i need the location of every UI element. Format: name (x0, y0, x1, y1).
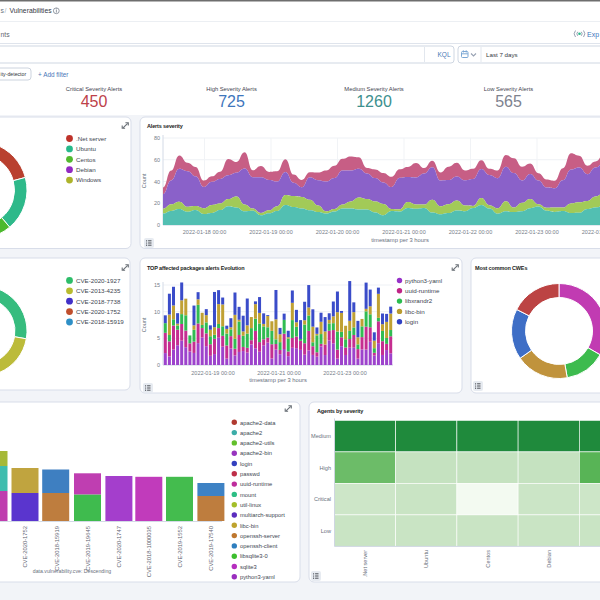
svg-text:CVE-2020-1752: CVE-2020-1752 (22, 526, 28, 568)
svg-text:CVE-2020-1752: CVE-2020-1752 (76, 308, 121, 315)
svg-text:CVE-2018-15919: CVE-2018-15919 (76, 318, 124, 325)
svg-text:Alerts severity: Alerts severity (147, 123, 184, 129)
svg-text:2022-01-21 00:00: 2022-01-21 00:00 (257, 370, 300, 376)
svg-text:openssh-server: openssh-server (240, 533, 280, 539)
svg-text:Most common CWEs: Most common CWEs (475, 265, 527, 271)
svg-text:.Net server: .Net server (362, 550, 368, 577)
svg-text:CVE-2018-15919: CVE-2018-15919 (54, 526, 60, 571)
svg-text:Critical Severity Alerts: Critical Severity Alerts (66, 86, 122, 92)
svg-text:Count: Count (141, 317, 147, 332)
svg-text:CVE-2018-7738: CVE-2018-7738 (76, 298, 121, 305)
svg-text:2022-01-19 00:00: 2022-01-19 00:00 (191, 370, 234, 376)
svg-text:CVE-2019-1552: CVE-2019-1552 (177, 526, 183, 568)
svg-text:Last 7 days: Last 7 days (486, 51, 518, 58)
svg-text:60: 60 (154, 157, 160, 163)
svg-text:High: High (319, 465, 331, 471)
svg-text:mount: mount (240, 492, 257, 498)
svg-text:Critical: Critical (314, 496, 331, 502)
svg-text:2022-01-20 00:00: 2022-01-20 00:00 (316, 229, 359, 235)
svg-text:CVE-2020-1747: CVE-2020-1747 (116, 526, 122, 568)
svg-text:CVE-2019-17540: CVE-2019-17540 (208, 526, 214, 571)
svg-text:10: 10 (154, 309, 160, 315)
svg-text:login: login (240, 461, 252, 467)
svg-text:0: 0 (157, 222, 160, 228)
svg-text:python3-yaml: python3-yaml (240, 574, 275, 580)
svg-text:timestamp per 3 hours: timestamp per 3 hours (371, 237, 429, 243)
svg-text:.Net server: .Net server (76, 135, 106, 142)
svg-text:Low Severity Alerts: Low Severity Alerts (484, 86, 533, 92)
svg-text:uuid-runtime: uuid-runtime (240, 481, 272, 487)
svg-text:Vulnerabilities: Vulnerabilities (10, 7, 53, 14)
svg-text:Debian: Debian (76, 166, 96, 173)
svg-text:TOP affected packages alerts E: TOP affected packages alerts Evolution (147, 265, 245, 271)
svg-text:Exp: Exp (587, 31, 599, 39)
svg-text:python3-yaml: python3-yaml (405, 277, 442, 284)
svg-text:/: / (5, 7, 7, 14)
svg-text:Ubuntu: Ubuntu (424, 550, 430, 568)
svg-text:40: 40 (154, 179, 160, 185)
svg-text:sqlite3: sqlite3 (240, 564, 257, 570)
svg-text:Ubuntu: Ubuntu (76, 145, 97, 152)
svg-text:uuid-runtime: uuid-runtime (405, 287, 440, 294)
svg-text:multiarch-support: multiarch-support (240, 512, 285, 518)
svg-text:data.vulnerability.cve: Descen: data.vulnerability.cve: Descending (33, 568, 111, 574)
svg-text:2022-01-18 00:00: 2022-01-18 00:00 (183, 229, 226, 235)
svg-text:Centos: Centos (76, 156, 96, 163)
svg-text:Debian: Debian (546, 550, 552, 568)
svg-text:apache2-data: apache2-data (240, 420, 276, 426)
svg-text:+ Add filter: + Add filter (38, 71, 69, 78)
svg-text:util-linux: util-linux (240, 502, 261, 508)
svg-text:CVE-2018-1000035: CVE-2018-1000035 (146, 526, 152, 577)
svg-text:libc-bin: libc-bin (405, 308, 425, 315)
svg-text:CVE-2013-4235: CVE-2013-4235 (76, 287, 121, 294)
svg-text:15: 15 (154, 282, 160, 288)
svg-text:High Severity Alerts: High Severity Alerts (206, 86, 257, 92)
svg-text:565: 565 (495, 93, 522, 110)
svg-text:Count: Count (141, 173, 147, 188)
svg-text:KQL: KQL (437, 51, 450, 59)
svg-text:Low: Low (321, 528, 332, 534)
svg-text:apache2-bin: apache2-bin (240, 450, 272, 456)
svg-text:libsqlite3-0: libsqlite3-0 (240, 553, 268, 559)
svg-text:libxrandr2: libxrandr2 (405, 297, 433, 304)
svg-text:725: 725 (218, 93, 245, 110)
svg-text:Medium Severity Alerts: Medium Severity Alerts (344, 86, 403, 92)
svg-text:login: login (405, 318, 419, 325)
svg-text:0: 0 (157, 362, 160, 368)
svg-text:2022-01-19 00:00: 2022-01-19 00:00 (249, 229, 292, 235)
svg-text:5: 5 (157, 335, 160, 341)
svg-text:apache2-utils: apache2-utils (240, 440, 275, 446)
svg-text:80: 80 (154, 135, 160, 141)
svg-text:CVE-2019-19645: CVE-2019-19645 (85, 526, 91, 571)
svg-text:Windows: Windows (76, 176, 101, 183)
svg-text:2022-01-22 00:00: 2022-01-22 00:00 (449, 229, 492, 235)
svg-text:20: 20 (154, 200, 160, 206)
svg-text:ity-detector: ity-detector (1, 71, 27, 77)
svg-text:1260: 1260 (356, 93, 392, 110)
svg-text:2022-01-23 00:00: 2022-01-23 00:00 (515, 229, 558, 235)
svg-text:libc-bin: libc-bin (240, 523, 258, 529)
svg-text:apache2: apache2 (240, 430, 262, 436)
svg-text:timestamp per 3 hours: timestamp per 3 hours (249, 377, 307, 383)
svg-text:450: 450 (81, 93, 108, 110)
svg-text:nts: nts (1, 31, 11, 38)
svg-text:Agents by severity: Agents by severity (317, 408, 364, 414)
svg-text:Medium: Medium (311, 433, 331, 439)
svg-text:CVE-2020-1927: CVE-2020-1927 (76, 277, 121, 284)
svg-text:2022-01-23 00:00: 2022-01-23 00:00 (323, 370, 366, 376)
svg-text:2022-01-21 00:00: 2022-01-21 00:00 (382, 229, 425, 235)
svg-text:Centos: Centos (485, 550, 491, 568)
svg-text:passwd: passwd (240, 471, 260, 477)
svg-text:2022-01-24 00:00: 2022-01-24 00:00 (582, 229, 600, 235)
svg-text:openssh-client: openssh-client (240, 543, 278, 549)
